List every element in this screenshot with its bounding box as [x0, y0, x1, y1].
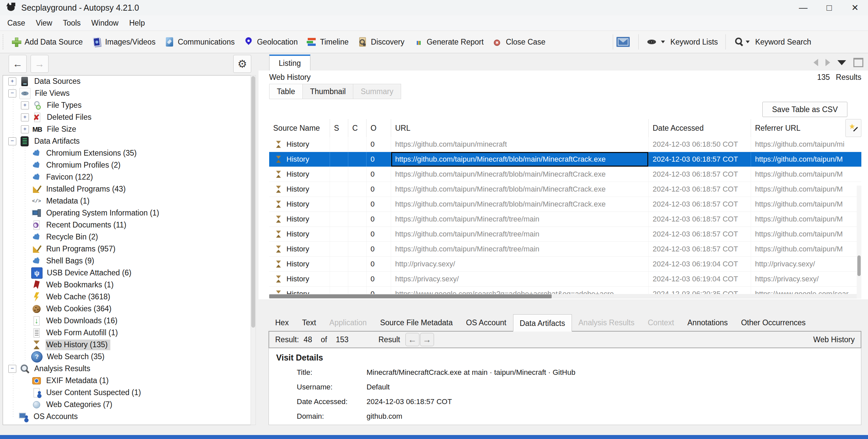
- forward-button[interactable]: →: [31, 55, 49, 73]
- tree-expander[interactable]: −: [8, 89, 16, 97]
- menu-item[interactable]: Window: [86, 17, 124, 30]
- column-settings-button[interactable]: [845, 119, 861, 137]
- tree-settings-button[interactable]: [233, 55, 251, 73]
- table-vertical-scrollbar[interactable]: [857, 185, 861, 299]
- toolbar-button[interactable]: Timeline: [302, 33, 353, 51]
- content-viewer-tab[interactable]: Analysis Results: [572, 315, 641, 331]
- tab-listing[interactable]: Listing: [269, 55, 310, 71]
- tab-list-dropdown-icon[interactable]: [837, 60, 846, 65]
- tree-item[interactable]: Favicon (122): [3, 171, 251, 183]
- table-row[interactable]: History 0 https://www.google.com/search?…: [269, 287, 861, 294]
- toolbar-button[interactable]: Close Case: [488, 33, 550, 51]
- content-viewer-tab[interactable]: Other Occurrences: [735, 315, 812, 331]
- content-viewer-tab[interactable]: Hex: [269, 315, 296, 331]
- tree-expander[interactable]: −: [8, 137, 16, 145]
- tree-item[interactable]: USB Device Attached (6): [3, 267, 251, 279]
- menu-item[interactable]: Tools: [58, 17, 86, 30]
- save-table-as-csv-button[interactable]: Save Table as CSV: [762, 102, 847, 117]
- content-viewer-tab[interactable]: Context: [641, 315, 681, 331]
- tree-item[interactable]: Recent Documents (11): [3, 219, 251, 231]
- content-viewer-tab[interactable]: Annotations: [681, 315, 735, 331]
- tree-item[interactable]: Metadata (1): [3, 195, 251, 207]
- menu-item[interactable]: Case: [2, 17, 31, 30]
- table-row[interactable]: History 0 https://github.com/taipun/Mine…: [269, 152, 861, 167]
- tree-item[interactable]: − Analysis Results: [3, 363, 251, 375]
- messages-icon[interactable]: [616, 37, 630, 47]
- tree-item[interactable]: Web Form Autofill (1): [3, 327, 251, 339]
- tree-item[interactable]: − Data Artifacts: [3, 135, 251, 147]
- scroll-tabs-right-icon[interactable]: [826, 59, 830, 66]
- tree-item[interactable]: Chromium Profiles (2): [3, 159, 251, 171]
- tree-item[interactable]: + File Size: [3, 123, 251, 135]
- tree-item[interactable]: Web Cache (3618): [3, 291, 251, 303]
- tree-item[interactable]: EXIF Metadata (1): [3, 375, 251, 387]
- tree-item[interactable]: Recycle Bin (2): [3, 231, 251, 243]
- tree-item[interactable]: − File Views: [3, 87, 251, 99]
- toolbar-button[interactable]: Discovery: [353, 33, 409, 51]
- column-header-referrer-url[interactable]: Referrer URL: [751, 119, 845, 137]
- table-row[interactable]: History 0 https://github.com/taipun/mine…: [269, 137, 861, 152]
- column-header-c[interactable]: C: [348, 119, 367, 137]
- table-horizontal-scrollbar[interactable]: [269, 294, 861, 299]
- keyword-lists-button[interactable]: Keyword Lists: [642, 33, 722, 51]
- column-header-o[interactable]: O: [367, 119, 391, 137]
- view-tab[interactable]: Summary: [353, 84, 401, 99]
- table-row[interactable]: History 0 https://github.com/taipun/Mine…: [269, 227, 861, 242]
- tree-item[interactable]: Web Bookmarks (1): [3, 279, 251, 291]
- column-header-date-accessed[interactable]: Date Accessed: [649, 119, 751, 137]
- tree-item[interactable]: OS Accounts: [3, 411, 251, 423]
- tree-item[interactable]: User Content Suspected (1): [3, 387, 251, 399]
- maximize-button[interactable]: □: [816, 0, 842, 15]
- tree-expander[interactable]: +: [21, 113, 29, 121]
- toolbar-button[interactable]: Geolocation: [239, 33, 302, 51]
- menu-item[interactable]: View: [31, 17, 58, 30]
- view-tab[interactable]: Thumbnail: [302, 84, 353, 99]
- tree-item[interactable]: Operating System Information (1): [3, 207, 251, 219]
- tree-expander[interactable]: +: [8, 78, 16, 85]
- table-vertical-scrollbar-thumb[interactable]: [857, 256, 861, 276]
- tree-expander[interactable]: −: [8, 365, 16, 373]
- table-horizontal-scrollbar-thumb[interactable]: [269, 294, 552, 298]
- toolbar-button[interactable]: Images/Videos: [87, 33, 160, 51]
- tree-scrollbar-thumb[interactable]: [251, 76, 255, 328]
- scroll-tabs-left-icon[interactable]: [813, 59, 818, 66]
- column-header-source-name[interactable]: Source Name: [269, 119, 330, 137]
- tree-expander[interactable]: +: [21, 101, 29, 110]
- tree-item[interactable]: + Deleted Files: [3, 111, 251, 123]
- content-viewer-tab[interactable]: Source File Metadata: [374, 315, 460, 331]
- column-header-url[interactable]: URL: [391, 119, 649, 137]
- table-row[interactable]: History 0 https://github.com/taipun/Mine…: [269, 242, 861, 257]
- tree-expander[interactable]: +: [21, 125, 29, 134]
- tree-item[interactable]: Web Categories (7): [3, 399, 251, 411]
- tree-item[interactable]: Web Downloads (16): [3, 315, 251, 327]
- close-button[interactable]: ✕: [842, 0, 868, 15]
- menu-item[interactable]: Help: [124, 17, 150, 30]
- tree-item[interactable]: + File Types: [3, 99, 251, 111]
- column-header-s[interactable]: S: [330, 119, 348, 137]
- table-row[interactable]: History 0 https://github.com/taipun/Mine…: [269, 182, 861, 197]
- minimize-button[interactable]: —: [790, 0, 816, 15]
- tree-item[interactable]: Run Programs (957): [3, 243, 251, 255]
- table-row[interactable]: History 0 https://github.com/taipun/Mine…: [269, 167, 861, 182]
- content-viewer-tab[interactable]: OS Account: [459, 315, 513, 331]
- tree-scrollbar[interactable]: [251, 75, 256, 425]
- table-row[interactable]: History 0 http://privacy.sexy/ 2024-12-0…: [269, 257, 861, 272]
- tree-item[interactable]: Shell Bags (9): [3, 255, 251, 267]
- content-viewer-tab[interactable]: Data Artifacts: [513, 314, 572, 331]
- previous-result-button[interactable]: ←: [405, 333, 420, 346]
- content-viewer-tab[interactable]: Application: [323, 315, 374, 331]
- table-row[interactable]: History 0 https://privacy.sexy/ 2024-12-…: [269, 272, 861, 287]
- tree-item[interactable]: Installed Programs (43): [3, 183, 251, 195]
- tree-item[interactable]: Web Search (35): [3, 351, 251, 363]
- back-button[interactable]: ←: [9, 55, 27, 73]
- tree-item[interactable]: Chromium Extensions (35): [3, 147, 251, 159]
- tree-item[interactable]: + Data Sources: [3, 76, 251, 87]
- table-row[interactable]: History 0 https://github.com/taipun/Mine…: [269, 212, 861, 227]
- next-result-button[interactable]: →: [420, 333, 434, 346]
- view-tab[interactable]: Table: [269, 84, 303, 99]
- tree-item[interactable]: Web Cookies (364): [3, 303, 251, 315]
- content-viewer-tab[interactable]: Text: [296, 315, 323, 331]
- toolbar-button[interactable]: Generate Report: [409, 33, 488, 51]
- toolbar-button[interactable]: Add Data Source: [7, 33, 87, 51]
- maximize-panel-icon[interactable]: [854, 58, 863, 67]
